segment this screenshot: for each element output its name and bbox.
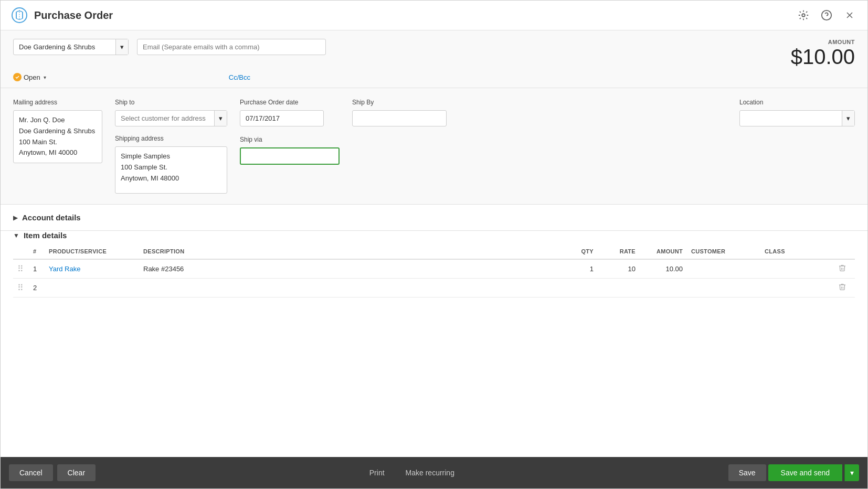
item-details-section: ▼ Item details # PRODUCT/SERVICE DESCRIP… [1, 231, 867, 457]
ship-to-label: Ship to [115, 99, 227, 106]
address-section: Mailing address Mr. Jon Q. Doe Doe Garde… [1, 88, 867, 205]
location-label: Location [739, 99, 855, 106]
col-customer-header: CUSTOMER [687, 244, 760, 259]
row-class-1[interactable] [760, 259, 834, 279]
account-details-section: ▶ Account details [1, 205, 867, 231]
row-desc-1[interactable]: Rake #23456 [139, 259, 556, 279]
col-product-header: PRODUCT/SERVICE [45, 244, 139, 259]
row-product-2[interactable] [45, 279, 139, 297]
cancel-button[interactable]: Cancel [9, 464, 53, 481]
save-and-send-dropdown-button[interactable]: ▾ [844, 464, 859, 481]
amount-section: AMOUNT $10.00 [791, 39, 855, 69]
ship-to-select[interactable]: ▾ [115, 110, 227, 126]
row-qty-2[interactable] [556, 279, 598, 297]
header-left: Purchase Order [11, 7, 113, 24]
row-class-2[interactable] [760, 279, 834, 297]
settings-button[interactable] [796, 8, 811, 23]
account-details-header[interactable]: ▶ Account details [13, 213, 855, 222]
account-details-arrow: ▶ [13, 214, 18, 221]
row-amount-1: 10.00 [640, 259, 687, 279]
ship-to-input[interactable] [115, 111, 214, 126]
row-num-2: 2 [29, 279, 45, 297]
row-delete-2[interactable] [834, 279, 855, 297]
col-delete-header [834, 244, 855, 259]
mailing-address-line3: 100 Main St. [19, 137, 97, 148]
table-header: # PRODUCT/SERVICE DESCRIPTION QTY RATE A… [13, 244, 855, 259]
location-dropdown-arrow[interactable]: ▾ [842, 111, 854, 126]
po-date-input[interactable] [240, 110, 324, 126]
col-rate-header: RATE [598, 244, 640, 259]
status-label: Open [24, 73, 40, 81]
ship-by-input[interactable] [352, 110, 447, 126]
account-details-title: Account details [22, 213, 81, 222]
top-form-row1: Doe Gardening & Shrubs ▾ AMOUNT $10.00 [13, 39, 855, 69]
row-num-1: 1 [29, 259, 45, 279]
footer-right: Save Save and send ▾ [728, 464, 859, 481]
help-button[interactable] [819, 8, 834, 23]
purchase-order-window: Purchase Order [0, 0, 868, 489]
email-input[interactable] [137, 39, 326, 55]
item-details-header[interactable]: ▼ Item details [13, 231, 855, 240]
make-recurring-button[interactable]: Make recurring [406, 469, 454, 477]
row-rate-1[interactable]: 10 [598, 259, 640, 279]
row-delete-1[interactable] [834, 259, 855, 279]
save-and-send-button[interactable]: Save and send [768, 464, 842, 481]
shipping-address-line2: 100 Sample St. [121, 162, 221, 173]
status-dot [13, 73, 22, 81]
table-body: ⠿ 1 Yard Rake Rake #23456 1 10 10.00 [13, 259, 855, 297]
drag-handle-1[interactable]: ⠿ [13, 259, 29, 279]
mailing-address-line4: Anytown, MI 40000 [19, 147, 97, 158]
col-hash-header: # [29, 244, 45, 259]
header: Purchase Order [1, 1, 867, 30]
shipping-address-label: Shipping address [115, 135, 227, 142]
ship-via-label: Ship via [240, 136, 340, 143]
mailing-address-box: Mr. Jon Q. Doe Doe Gardening & Shrubs 10… [13, 110, 102, 163]
footer-center: Print Make recurring [100, 469, 724, 477]
top-form-row2: Open ▾ Cc/Bcc [13, 73, 855, 81]
location-select[interactable]: ▾ [739, 110, 855, 126]
clear-button[interactable]: Clear [57, 464, 96, 481]
vendor-name: Doe Gardening & Shrubs [14, 39, 115, 55]
col-desc-header: DESCRIPTION [139, 244, 556, 259]
row-qty-1[interactable]: 1 [556, 259, 598, 279]
row-product-1[interactable]: Yard Rake [45, 259, 139, 279]
row-desc-2[interactable] [139, 279, 556, 297]
save-button[interactable]: Save [728, 464, 766, 481]
col-class-header: CLASS [760, 244, 834, 259]
print-button[interactable]: Print [369, 469, 385, 477]
ship-by-group: Ship By [352, 99, 447, 126]
row-customer-2[interactable] [687, 279, 760, 297]
shipping-address-line3: Anytown, MI 48000 [121, 173, 221, 184]
col-amount-header: AMOUNT [640, 244, 687, 259]
item-details-title: Item details [24, 231, 67, 240]
location-group: Location ▾ [739, 99, 855, 126]
drag-handle-2[interactable]: ⠿ [13, 279, 29, 297]
delete-row-2-button[interactable] [838, 283, 846, 293]
table-row: ⠿ 1 Yard Rake Rake #23456 1 10 10.00 [13, 259, 855, 279]
item-details-arrow: ▼ [13, 232, 19, 239]
status-badge[interactable]: Open ▾ [13, 73, 46, 81]
ship-via-input[interactable] [240, 147, 340, 165]
location-input[interactable] [740, 111, 842, 126]
ship-to-dropdown-arrow[interactable]: ▾ [214, 111, 227, 126]
col-qty-header: QTY [556, 244, 598, 259]
row-customer-1[interactable] [687, 259, 760, 279]
close-button[interactable] [842, 8, 857, 23]
purchase-order-icon [11, 7, 28, 24]
footer: Cancel Clear Print Make recurring Save S… [1, 457, 867, 488]
amount-value: $10.00 [791, 45, 855, 69]
po-date-label: Purchase Order date [240, 99, 340, 106]
page-title: Purchase Order [34, 9, 113, 22]
delete-row-1-button[interactable] [838, 264, 846, 274]
cc-bcc-link[interactable]: Cc/Bcc [229, 73, 250, 81]
shipping-address-box[interactable]: Simple Samples 100 Sample St. Anytown, M… [115, 146, 227, 194]
vendor-select[interactable]: Doe Gardening & Shrubs ▾ [13, 39, 129, 55]
vendor-dropdown-arrow[interactable]: ▾ [115, 39, 128, 55]
mailing-address-line1: Mr. Jon Q. Doe [19, 115, 97, 126]
mailing-address-label: Mailing address [13, 99, 102, 106]
shipping-address-line1: Simple Samples [121, 151, 221, 162]
amount-label: AMOUNT [791, 39, 855, 45]
ship-by-label: Ship By [352, 99, 447, 106]
top-form: Doe Gardening & Shrubs ▾ AMOUNT $10.00 O… [1, 30, 867, 88]
row-rate-2[interactable] [598, 279, 640, 297]
